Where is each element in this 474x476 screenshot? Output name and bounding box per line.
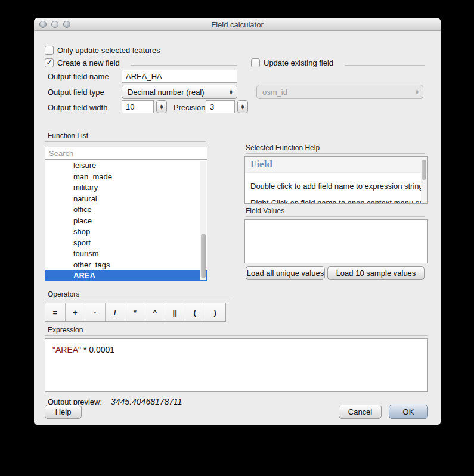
ok-button[interactable]: OK [389, 405, 428, 419]
list-item-AREA[interactable]: AREA [45, 270, 207, 281]
operator-button[interactable]: ^ [145, 303, 166, 321]
arrow-down-icon: ▼ [241, 107, 245, 110]
chevron-updown-icon: ▲▼ [229, 89, 233, 95]
existing-field-select: osm_id ▲▼ [256, 85, 423, 99]
list-item-tourism[interactable]: tourism [45, 248, 207, 260]
help-title: Field [250, 158, 272, 170]
selected-function-help-header: Selected Function Help [246, 144, 320, 152]
operator-buttons: =+-/*^||() [45, 303, 226, 322]
title-bar[interactable]: Field calculator [34, 18, 441, 31]
expression-header: Expression [48, 326, 83, 334]
precision-stepper[interactable]: ▲▼ [237, 100, 248, 113]
arrow-down-icon: ▼ [160, 107, 164, 110]
cancel-button[interactable]: Cancel [339, 405, 382, 419]
divider [246, 153, 425, 154]
divider [45, 335, 428, 336]
output-field-name-input[interactable] [122, 70, 237, 83]
field-values-header: Field Values [246, 207, 284, 215]
list-item-leisure[interactable]: leisure [45, 160, 207, 172]
expression-editor[interactable]: "AREA" * 0.0001 [45, 338, 428, 392]
scrollbar-thumb[interactable] [422, 160, 426, 180]
expression-rest: * 0.0001 [81, 345, 114, 354]
minimize-icon[interactable] [51, 21, 58, 28]
output-preview-value: 3445.40468178711 [111, 397, 182, 406]
chevron-updown-icon: ▲▼ [415, 89, 419, 95]
operator-button[interactable]: * [125, 303, 145, 321]
list-item-military[interactable]: military [45, 182, 207, 194]
operator-button[interactable]: ( [185, 303, 206, 321]
precision-label: Precision [174, 103, 205, 112]
divider [246, 216, 425, 217]
divider [45, 141, 206, 142]
field-values-box[interactable] [244, 219, 428, 263]
output-field-name-label: Output field name [48, 72, 109, 81]
scrollbar-track[interactable] [421, 157, 427, 203]
function-list-items: leisureman_mademilitarynaturalofficeplac… [45, 160, 207, 281]
scrollbar-thumb[interactable] [201, 234, 206, 278]
update-existing-checkbox[interactable]: ✓ [251, 58, 260, 67]
function-list-header: Function List [48, 132, 88, 140]
output-field-type-label: Output field type [48, 88, 104, 97]
field-calculator-dialog: Field calculator ✓ Only update selected … [34, 18, 441, 425]
operator-button[interactable]: = [45, 303, 66, 321]
operators-header: Operators [48, 290, 79, 298]
search-input[interactable] [45, 147, 207, 160]
width-stepper[interactable]: ▲▼ [156, 100, 167, 113]
update-existing-label: Update existing field [264, 58, 333, 67]
load-10-sample-values-button[interactable]: Load 10 sample values [327, 266, 425, 280]
operator-button[interactable]: || [165, 303, 185, 321]
operator-button[interactable]: ) [205, 303, 225, 321]
close-icon[interactable] [39, 21, 47, 28]
list-item-shop[interactable]: shop [45, 226, 207, 238]
existing-field-value: osm_id [262, 88, 287, 97]
help-button[interactable]: Help [45, 405, 82, 419]
window-title: Field calculator [211, 20, 263, 29]
help-line-2: Right-Click on field name to open contex… [250, 198, 417, 204]
divider [131, 65, 237, 66]
list-item-office[interactable]: office [45, 204, 207, 216]
only-update-checkbox[interactable]: ✓ [45, 46, 54, 55]
load-all-unique-values-button[interactable]: Load all unique values [246, 266, 325, 280]
list-item-man_made[interactable]: man_made [45, 172, 207, 183]
scrollbar-track[interactable] [200, 161, 206, 280]
create-new-field-label: Create a new field [57, 58, 120, 67]
zoom-icon[interactable] [63, 21, 70, 28]
operator-button[interactable]: / [106, 303, 126, 321]
check-icon: ✓ [46, 57, 54, 67]
output-field-type-select[interactable]: Decimal number (real) ▲▼ [122, 85, 237, 99]
divider [345, 65, 425, 66]
only-update-label: Only update selected features [57, 46, 160, 55]
output-field-type-value: Decimal number (real) [128, 88, 205, 97]
list-item-natural[interactable]: natural [45, 194, 207, 205]
help-line-1: Double click to add field name to expres… [250, 182, 417, 191]
output-field-width-input[interactable] [122, 100, 154, 113]
function-help-box[interactable]: Field Double click to add field name to … [244, 156, 428, 204]
function-list[interactable]: leisureman_mademilitarynaturalofficeplac… [45, 160, 207, 281]
operator-button[interactable]: - [85, 303, 106, 321]
divider [45, 300, 233, 300]
expression-field-token: "AREA" [52, 345, 81, 354]
expression-text: "AREA" * 0.0001 [52, 345, 114, 354]
list-item-sport[interactable]: sport [45, 238, 207, 249]
help-title-row: Field [245, 157, 427, 173]
precision-input[interactable] [206, 100, 235, 113]
create-new-field-checkbox[interactable]: ✓ [45, 58, 54, 67]
list-item-place[interactable]: place [45, 216, 207, 227]
list-item-other_tags[interactable]: other_tags [45, 260, 207, 271]
operator-button[interactable]: + [66, 303, 86, 321]
output-field-width-label: Output field width [48, 103, 107, 112]
